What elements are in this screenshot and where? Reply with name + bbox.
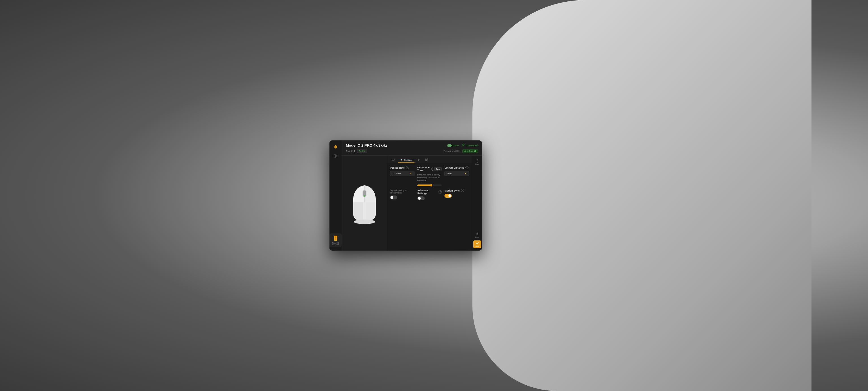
tab-home[interactable] — [390, 157, 397, 163]
polling-rate-group: Polling Rate ? 1000 Hz ▼ — [390, 166, 414, 186]
advanced-settings-label-row: Advanced Settings ? — [417, 189, 442, 195]
settings-tab-label: Settings — [404, 159, 412, 161]
settings-content: Polling Rate ? 1000 Hz ▼ — [387, 163, 472, 251]
polling-rate-value: 1000 Hz — [393, 172, 401, 175]
lift-off-group: Lift Off Distance ? 1mm ▼ — [444, 166, 469, 186]
connected-label: Connected — [466, 144, 478, 147]
dropdown-arrow-icon: ▼ — [410, 173, 412, 174]
up-to-date-badge: Up to Date — [462, 149, 478, 153]
lift-off-help-icon[interactable]: ? — [465, 166, 468, 169]
battery-status: 100% — [447, 144, 459, 147]
separate-polling-toggle-container — [390, 195, 414, 199]
mouse-preview — [342, 156, 387, 251]
connected-status: Connected — [461, 144, 478, 147]
save-icon — [475, 241, 479, 245]
dot3 — [477, 162, 477, 163]
settings-tab-icon — [400, 159, 403, 161]
header-status: 100% Connected — [447, 144, 478, 147]
debounce-label-row: Debounce Time ? 8ms — [417, 166, 442, 172]
toggle-thumb-adv — [418, 197, 421, 200]
debounce-label: Debounce Time — [417, 166, 430, 172]
lift-off-label: Lift Off Distance — [444, 166, 464, 169]
polling-rate-label: Polling Rate — [390, 166, 405, 169]
profile-label: Profile 1 — [346, 150, 355, 153]
separate-polling-group: Separate polling for wired/wireless — [390, 189, 414, 200]
svg-rect-14 — [427, 160, 428, 161]
svg-rect-13 — [426, 160, 426, 161]
debounce-time-group: Debounce Time ? 8ms Debounce Time is a d… — [417, 166, 442, 186]
polling-rate-dropdown[interactable]: 1000 Hz ▼ — [390, 171, 414, 176]
toggle-thumb — [391, 196, 393, 199]
lift-off-label-row: Lift Off Distance ? — [444, 166, 469, 169]
debounce-description: Debounce Time is a delay in detecting cl… — [417, 173, 442, 182]
battery-icon — [447, 144, 451, 146]
sidebar-device-label: Model O 2 PRO 4k/8k — [331, 242, 340, 246]
sidebar: Model O 2 PRO 4k/8k — [330, 140, 342, 251]
polling-rate-label-row: Polling Rate ? — [390, 166, 414, 169]
battery-pct: 100% — [452, 144, 459, 147]
device-title: Model O 2 PRO 4k/8kHz — [346, 143, 387, 148]
active-badge: Active — [357, 149, 367, 153]
sidebar-settings-icon[interactable] — [333, 153, 339, 159]
lift-off-dropdown[interactable]: 1mm ▼ — [444, 171, 469, 176]
undo-button[interactable]: ↺ Undo — [473, 231, 481, 239]
lift-off-arrow-icon: ▼ — [465, 173, 466, 174]
advanced-settings-label: Advanced Settings — [417, 189, 438, 195]
app-window: Model O 2 PRO 4k/8k Model O 2 PRO 4k/8kH… — [330, 140, 482, 251]
right-action-bar: More ↺ Undo Save — [472, 156, 482, 251]
wifi-icon — [461, 144, 465, 147]
mouse-image — [347, 182, 381, 224]
profile-section: Profile 1 Active — [346, 149, 367, 153]
advanced-settings-toggle[interactable] — [417, 196, 425, 200]
sidebar-device-item[interactable]: Model O 2 PRO 4k/8k — [330, 233, 342, 247]
save-button[interactable]: Save — [473, 240, 481, 248]
tab-settings[interactable]: Settings — [398, 157, 414, 163]
lift-off-value: 1mm — [447, 172, 452, 175]
background-mouse-shape — [472, 0, 811, 391]
checkmark-icon — [474, 150, 476, 152]
separate-polling-label: Separate polling for wired/wireless — [390, 189, 414, 194]
more-dots-icon — [477, 159, 477, 163]
svg-point-8 — [364, 195, 365, 197]
polling-rate-help-icon[interactable]: ? — [406, 166, 409, 169]
tab-buttons[interactable] — [423, 157, 430, 163]
toggle-thumb-motion — [448, 194, 451, 197]
motion-sync-group: Motion Sync ? — [444, 189, 469, 200]
sidebar-logo[interactable] — [333, 144, 339, 150]
debounce-slider-thumb[interactable] — [430, 184, 432, 187]
more-button[interactable]: More — [473, 158, 481, 166]
header: Model O 2 PRO 4k/8kHz 100% — [342, 140, 482, 156]
grid-icon — [425, 159, 428, 161]
undo-icon: ↺ — [476, 232, 478, 236]
motion-sync-help-icon[interactable]: ? — [461, 189, 464, 192]
motion-sync-label: Motion Sync — [444, 189, 460, 192]
svg-point-0 — [335, 155, 336, 157]
debounce-slider[interactable] — [417, 185, 442, 186]
header-top: Model O 2 PRO 4k/8kHz 100% — [346, 143, 478, 148]
main-content: Model O 2 PRO 4k/8kHz 100% — [342, 140, 482, 251]
dot2 — [477, 160, 477, 161]
separate-polling-toggle[interactable] — [390, 195, 397, 199]
more-label: More — [475, 163, 479, 165]
content-area: Settings — [342, 156, 482, 251]
svg-point-2 — [335, 238, 336, 239]
debounce-help-icon[interactable]: ? — [431, 167, 434, 171]
svg-point-9 — [354, 220, 375, 224]
advanced-settings-group: Advanced Settings ? — [417, 189, 442, 200]
settings-panel: Settings — [387, 156, 472, 251]
up-to-date-label: Up to Date — [464, 150, 473, 152]
advanced-toggle-container — [417, 196, 442, 200]
firmware-label: Firmware 1.2.3.4 — [444, 150, 461, 152]
debounce-slider-fill — [417, 185, 432, 186]
tab-bar: Settings — [387, 156, 472, 163]
motion-sync-toggle[interactable] — [444, 194, 452, 198]
motion-sync-label-row: Motion Sync ? — [444, 189, 469, 192]
svg-rect-12 — [427, 159, 428, 160]
save-label: Save — [475, 246, 479, 247]
tab-lighting[interactable] — [415, 157, 423, 163]
advanced-settings-help-icon[interactable]: ? — [438, 190, 442, 194]
debounce-value: 8ms — [434, 167, 442, 171]
bolt-icon — [417, 159, 420, 161]
svg-rect-11 — [426, 159, 426, 160]
undo-label: Undo — [475, 236, 479, 238]
